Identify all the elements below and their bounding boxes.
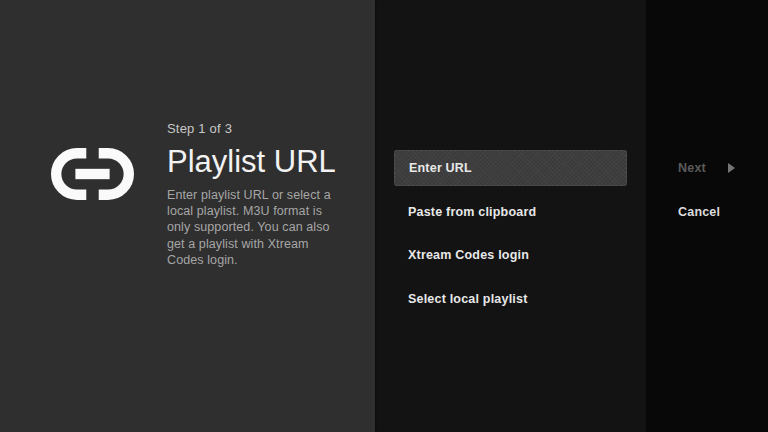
step-indicator: Step 1 of 3	[167, 121, 332, 137]
menu-item-paste-from-clipboard[interactable]: Paste from clipboard	[394, 194, 627, 230]
actions-panel: Next Cancel	[646, 0, 768, 432]
page-title: Playlist URL	[167, 145, 332, 179]
next-button[interactable]: Next	[646, 150, 768, 186]
cancel-button-label: Cancel	[678, 205, 720, 219]
description-line: local playlist. M3U format is	[167, 203, 332, 219]
description-line: Codes login.	[167, 252, 332, 268]
menu-item-label: Xtream Codes login	[408, 248, 529, 262]
menu-item-enter-url[interactable]: Enter URL	[394, 150, 627, 186]
setup-wizard-screen: Step 1 of 3 Playlist URL Enter playlist …	[0, 0, 768, 432]
chevron-right-icon	[728, 163, 735, 173]
link-icon	[51, 148, 134, 200]
options-panel: Enter URL Paste from clipboard Xtream Co…	[375, 0, 646, 432]
menu-item-label: Enter URL	[409, 161, 472, 175]
wizard-actions: Next Cancel	[646, 150, 768, 238]
intro-block: Step 1 of 3 Playlist URL Enter playlist …	[167, 121, 332, 268]
menu-item-label: Select local playlist	[408, 292, 528, 306]
cancel-button[interactable]: Cancel	[646, 194, 768, 230]
next-button-label: Next	[678, 161, 706, 175]
page-description: Enter playlist URL or select a local pla…	[167, 187, 332, 268]
menu-item-label: Paste from clipboard	[408, 205, 536, 219]
description-line: Enter playlist URL or select a	[167, 187, 332, 203]
menu-item-select-local-playlist[interactable]: Select local playlist	[394, 281, 627, 317]
description-line: get a playlist with Xtream	[167, 236, 332, 252]
menu-item-xtream-codes-login[interactable]: Xtream Codes login	[394, 237, 627, 273]
playlist-source-menu: Enter URL Paste from clipboard Xtream Co…	[394, 150, 627, 324]
info-panel: Step 1 of 3 Playlist URL Enter playlist …	[0, 0, 375, 432]
description-line: only supported. You can also	[167, 219, 332, 235]
